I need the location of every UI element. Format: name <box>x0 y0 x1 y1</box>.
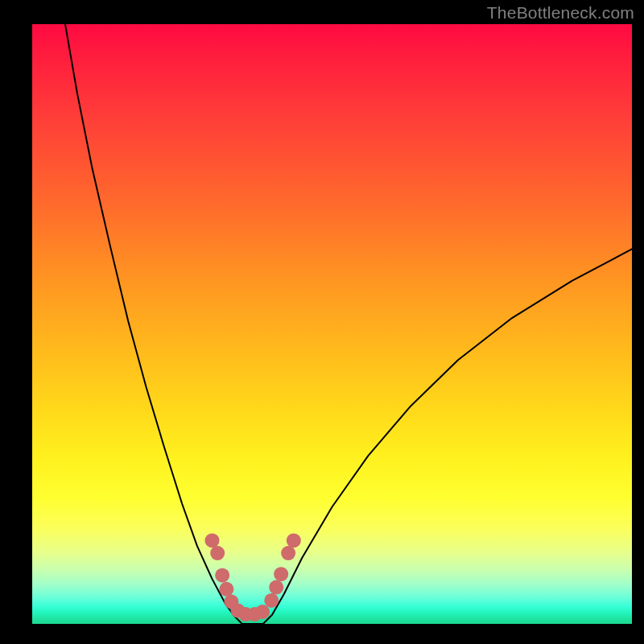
bead-marker <box>269 580 283 595</box>
marker-layer <box>205 533 301 621</box>
bead-marker <box>219 582 233 597</box>
bead-marker <box>264 593 279 608</box>
chart-svg <box>32 24 632 624</box>
bead-marker <box>287 533 301 547</box>
curve-layer <box>65 24 632 624</box>
watermark-label: TheBottleneck.com <box>487 3 634 23</box>
bead-marker <box>255 605 270 619</box>
bead-marker <box>215 568 229 583</box>
bead-marker <box>281 546 295 560</box>
bottleneck-curve <box>65 24 632 624</box>
bead-marker <box>210 546 225 560</box>
bead-marker <box>274 567 288 581</box>
plot-area <box>32 24 632 624</box>
chart-frame: TheBottleneck.com <box>0 0 644 644</box>
bead-marker <box>205 533 220 547</box>
